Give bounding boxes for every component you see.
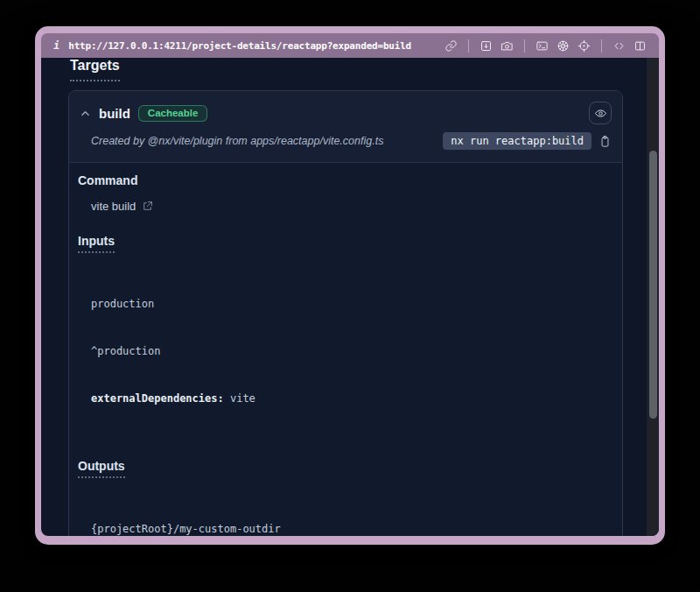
- command-value-row: vite build: [91, 200, 613, 213]
- terminal-icon[interactable]: [536, 39, 549, 53]
- inputs-list: production ^production externalDependenc…: [91, 264, 613, 438]
- panel-split-icon[interactable]: [634, 39, 647, 53]
- target-name: build: [99, 106, 130, 121]
- created-by-text: Created by @nx/vite/plugin from apps/rea…: [91, 135, 383, 147]
- scrollbar-thumb[interactable]: [649, 151, 657, 419]
- run-command-chip: nx run reactapp:build: [443, 132, 592, 150]
- copy-icon: [598, 135, 612, 148]
- browser-toolbar: i http://127.0.0.1:4211/project-details/…: [41, 33, 659, 58]
- info-icon: i: [53, 39, 60, 52]
- copy-command-button[interactable]: [598, 135, 612, 148]
- build-target-card: build Cacheable Created by @nx/vite/plug…: [68, 90, 623, 536]
- build-card-header: build Cacheable Created by @nx/vite/plug…: [69, 91, 622, 163]
- scrollbar-track[interactable]: [647, 58, 659, 536]
- targets-heading: Targets: [70, 58, 120, 81]
- build-card-body: Command vite build Inputs production ^pr…: [69, 163, 622, 536]
- globe-icon[interactable]: [556, 39, 570, 53]
- chevron-up-icon: [80, 108, 91, 119]
- camera-icon[interactable]: [500, 39, 514, 53]
- created-by-row: Created by @nx/vite/plugin from apps/rea…: [80, 132, 612, 150]
- view-details-button[interactable]: [589, 102, 612, 124]
- command-value: vite build: [91, 200, 136, 213]
- input-item: externalDependencies: vite: [91, 391, 613, 406]
- outputs-section-heading: Outputs: [78, 459, 613, 478]
- eye-icon: [594, 107, 607, 120]
- run-command-group: nx run reactapp:build: [443, 132, 612, 150]
- download-icon[interactable]: [480, 39, 493, 53]
- cacheable-badge: Cacheable: [138, 105, 208, 122]
- output-item: {projectRoot}/my-custom-outdir: [91, 521, 613, 536]
- code-icon[interactable]: [612, 39, 626, 53]
- toolbar-separator: [524, 39, 525, 53]
- target-icon[interactable]: [578, 39, 591, 53]
- address-url: http://127.0.0.1:4211/project-details/re…: [68, 40, 411, 52]
- build-header-toggle[interactable]: build Cacheable: [80, 102, 612, 124]
- toolbar-separator: [601, 39, 602, 53]
- page-viewport: Targets build Cacheable Created by @nx/v: [41, 58, 659, 536]
- input-item: production: [91, 296, 613, 312]
- inputs-section-heading: Inputs: [78, 234, 613, 253]
- toolbar-separator: [468, 39, 469, 53]
- command-section-heading: Command: [78, 173, 613, 187]
- stage: i http://127.0.0.1:4211/project-details/…: [0, 0, 700, 592]
- external-link-icon[interactable]: [142, 201, 153, 212]
- input-item: ^production: [91, 343, 613, 359]
- outputs-list: {projectRoot}/my-custom-outdir: [91, 490, 613, 536]
- browser-window: i http://127.0.0.1:4211/project-details/…: [35, 26, 665, 545]
- link-icon[interactable]: [444, 39, 458, 53]
- toolbar-actions: [444, 39, 647, 53]
